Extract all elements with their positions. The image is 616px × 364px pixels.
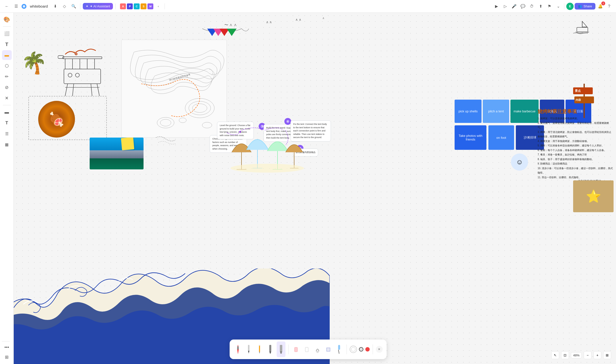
chisel-tip-tool[interactable]	[277, 341, 285, 357]
share-label: Share	[583, 4, 592, 8]
yellow-sticky-note[interactable]	[121, 137, 134, 150]
rect-eraser-tool[interactable]	[324, 341, 333, 357]
fit-screen-button[interactable]: ⊡	[561, 351, 569, 359]
plugin-5[interactable]: M	[147, 3, 153, 9]
pitch-a-tent-label: pitch a tent	[488, 109, 504, 113]
zoom-level-display: 48%	[571, 352, 582, 358]
text-tool[interactable]: T	[2, 39, 12, 49]
help-button[interactable]: ?	[605, 2, 613, 10]
frame-tool[interactable]: ⬜	[2, 29, 12, 39]
pen-tool[interactable]: ✏	[2, 72, 12, 81]
zoom-in-button[interactable]: +	[593, 351, 601, 359]
svg-rect-57	[338, 345, 340, 350]
shapes-tool[interactable]: ⬡	[2, 61, 12, 71]
color-palette-tool[interactable]: 🎨	[2, 15, 12, 25]
bottom-divider-3	[373, 344, 373, 354]
svg-point-28	[160, 119, 171, 126]
starfish-card[interactable]: ⭐	[573, 181, 614, 212]
on-foot-card[interactable]: on foot	[488, 125, 514, 150]
smiley-card[interactable]: ☺	[511, 154, 528, 171]
flag-button[interactable]: ⚑	[546, 2, 553, 10]
expand-button[interactable]: ▶	[493, 2, 500, 10]
plugin-3[interactable]: C	[134, 3, 140, 9]
svg-marker-52	[280, 351, 282, 354]
more-tools-button[interactable]: •••	[2, 342, 12, 352]
list-tool[interactable]: ☰	[2, 129, 12, 139]
svg-point-39	[230, 164, 304, 173]
eraser-tool-bottom[interactable]	[292, 341, 300, 357]
highlight-tool[interactable]: ▬	[2, 107, 12, 117]
zoom-out-button[interactable]: −	[584, 351, 591, 359]
eraser-tool[interactable]: ⊘	[2, 82, 12, 92]
svg-line-17	[72, 84, 74, 96]
text2-tool[interactable]: T	[2, 118, 12, 128]
pencil-tool[interactable]	[255, 341, 264, 357]
ai-label: ✦ AI Assistant	[90, 4, 110, 8]
toolbar-right-actions: ▶ ▷ 🎤 💬 ⏱ ⬆ ⚑ ⌄ E 👥 Share 🔔 3 ?	[493, 2, 613, 10]
svg-line-18	[91, 84, 92, 96]
topo-map-area[interactable]: 请行路线规划完毕参考	[121, 40, 227, 138]
make-barbecue-label: make barbecue	[514, 109, 536, 113]
plugin-4[interactable]: S	[141, 3, 147, 9]
more-button[interactable]: ⌄	[554, 2, 562, 10]
beach-photo[interactable]	[90, 138, 144, 169]
download-button[interactable]: ⬇	[51, 2, 59, 10]
timer-button[interactable]: ⏱	[528, 2, 536, 10]
plugin-icons: A P C S M ‹	[120, 2, 162, 10]
marker-tool[interactable]	[266, 341, 275, 357]
chinese-panel-items: 1. 烧烤架：可以是柴炭或者电烧烤架。 2. 聚火燃气：如果使用家火烧烤架，需要…	[538, 116, 614, 180]
make-barbecue-card[interactable]: make barbecue	[510, 100, 539, 123]
dotted-eraser-tool[interactable]	[302, 341, 311, 357]
chinese-panel-title: 烧烤时要注意事项	[538, 108, 614, 115]
mic-button[interactable]: 🎤	[510, 2, 518, 10]
menu-button[interactable]: ☰	[12, 2, 20, 10]
tag-button[interactable]: ◇	[61, 2, 68, 10]
plugin-1[interactable]: A	[120, 3, 126, 9]
sidebar-divider-2	[3, 105, 11, 105]
ai-assistant-button[interactable]: ✦ ✦ AI Assistant	[83, 3, 113, 10]
bbq-food-photo[interactable]: 🍖	[38, 101, 75, 138]
brush-tool-2[interactable]	[335, 341, 343, 357]
more-plugins-button[interactable]: ‹	[154, 2, 162, 10]
svg-rect-49	[259, 345, 260, 346]
bbq-grill-illustration: 🍗	[58, 45, 107, 99]
fountain-pen-tool[interactable]	[233, 341, 242, 357]
play-button[interactable]: ▷	[501, 2, 509, 10]
take-photos-card[interactable]: Take photos with friends	[455, 125, 486, 150]
target-color-tool[interactable]	[349, 346, 357, 353]
pick-up-shells-card[interactable]: pick up shells	[455, 100, 482, 123]
canvas-area[interactable]: 〜 ∧ ∧ ∧ ∧ ∧ ∧ ∧ 🌴	[14, 13, 616, 364]
table-tool[interactable]: ▦	[2, 140, 12, 149]
sidebar-divider-1	[3, 26, 11, 27]
notification-area[interactable]: 🔔 3	[596, 2, 604, 10]
import-button[interactable]: ⬆	[537, 2, 545, 10]
pitch-a-tent-card[interactable]: pitch a tent	[483, 100, 509, 123]
color-gray[interactable]	[359, 347, 363, 351]
color-red[interactable]	[365, 347, 370, 351]
svg-marker-4	[227, 29, 237, 36]
pick-up-shells-label: pick up shells	[458, 109, 478, 113]
svg-rect-5	[577, 27, 588, 32]
close-toolbar-button[interactable]: ×	[376, 346, 383, 353]
svg-text:内容: 内容	[576, 98, 581, 101]
navigate-button[interactable]: ↖	[551, 351, 559, 359]
share-button[interactable]: 👥 Share	[575, 3, 595, 10]
brush-pen-tool[interactable]	[244, 341, 253, 357]
svg-point-27	[157, 117, 174, 128]
svg-rect-14	[64, 69, 101, 84]
connect-tool[interactable]: ✕	[2, 93, 12, 103]
document-title[interactable]: whiteboard	[28, 3, 50, 9]
svg-point-25	[189, 101, 211, 115]
grid-view-button[interactable]: ⊞	[2, 352, 12, 362]
birds-2: ∧ ∧	[266, 20, 272, 24]
comment-button[interactable]: 💬	[519, 2, 527, 10]
grid-toggle-button[interactable]: ⊞	[603, 351, 611, 359]
svg-rect-51	[280, 345, 282, 351]
plugin-2[interactable]: P	[127, 3, 133, 9]
sticky-note-tool[interactable]: ▬	[2, 50, 12, 60]
svg-text:景点: 景点	[575, 89, 581, 92]
back-button[interactable]: ←	[3, 2, 11, 10]
smudge-tool[interactable]	[313, 341, 322, 357]
search-button[interactable]: 🔍	[70, 2, 78, 10]
divider4	[564, 3, 564, 9]
